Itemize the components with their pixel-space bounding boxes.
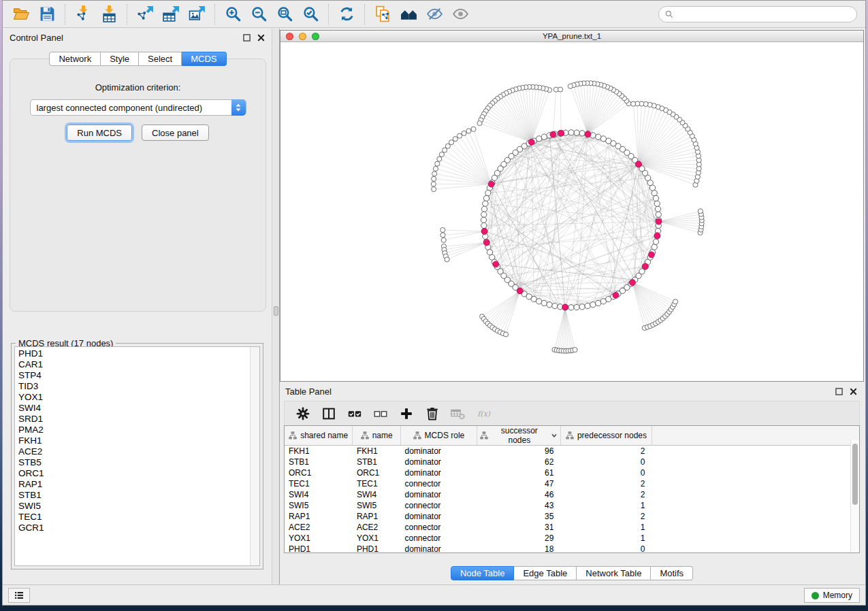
open-file-button[interactable] [8,3,34,25]
mcds-result-item[interactable]: GCR1 [15,523,259,533]
mcds-result-item[interactable]: YOX1 [15,392,259,403]
table-cell[interactable]: ORC1 [285,467,353,478]
show-all-button[interactable] [447,3,473,25]
mcds-result-item[interactable]: PHD1 [15,348,259,359]
table-row[interactable]: RAP1RAP1dominator352 [285,511,859,522]
export-image-button[interactable] [184,3,210,25]
mcds-result-item[interactable]: ORC1 [15,468,259,479]
graph-leaf-node[interactable] [503,332,508,337]
table-row[interactable]: TEC1TEC1connector472 [285,478,859,489]
graph-node[interactable] [579,131,585,136]
mcds-result-item[interactable]: SWI4 [15,403,259,414]
table-cell[interactable]: ACE2 [285,522,353,533]
column-header-predecessor-nodes[interactable]: predecessor nodes [560,426,652,446]
graph-node[interactable] [483,201,488,206]
mcds-result-item[interactable]: STB5 [15,457,259,468]
export-network-button[interactable] [132,3,158,25]
table-cell[interactable]: PHD1 [285,544,353,554]
network-graph[interactable] [280,43,863,381]
table-cell[interactable]: RAP1 [285,511,353,522]
table-cell[interactable]: connector [400,478,477,489]
graph-node[interactable] [483,195,489,201]
table-cell[interactable]: 62 [477,457,560,467]
mcds-result-item[interactable]: STP4 [15,370,259,381]
graph-node[interactable] [655,206,660,212]
table-cell[interactable]: 1 [560,500,652,511]
table-cell[interactable]: dominator [400,467,477,478]
table-cell[interactable]: 46 [477,489,560,500]
table-cell[interactable]: dominator [400,457,477,467]
graph-node[interactable] [568,305,574,310]
mcds-result-list[interactable]: PHD1CAR1STP4TID3YOX1SWI4SRD1PMA2FKH1ACE2… [14,346,260,566]
graph-node[interactable] [541,300,547,306]
table-cell[interactable]: 1 [560,533,652,544]
table-cell[interactable]: 1 [560,522,652,533]
table-row[interactable]: SWI5SWI5connector431 [285,500,859,511]
export-table-button[interactable] [158,3,184,25]
table-cell[interactable]: 43 [477,500,560,511]
column-header-shared-name[interactable]: shared name [285,426,353,446]
table-cell[interactable]: FKH1 [285,446,353,457]
graph-leaf-node[interactable] [558,87,563,92]
table-row[interactable]: FKH1FKH1dominator962 [285,446,859,457]
import-network-button[interactable] [70,3,96,25]
table-cell[interactable]: 47 [477,478,560,489]
table-cell[interactable]: SWI5 [353,500,401,511]
graph-node[interactable] [552,303,558,308]
hide-selected-button[interactable] [421,3,447,25]
mcds-result-item[interactable]: STB1 [15,490,259,501]
tab-motifs[interactable]: Motifs [651,566,693,580]
save-session-button[interactable] [34,3,60,25]
table-cell[interactable]: RAP1 [353,511,401,522]
close-table-panel-icon[interactable] [848,386,858,397]
table-scrollbar-thumb[interactable] [852,444,858,505]
delete-column-button[interactable] [421,403,444,424]
table-scrollbar[interactable] [850,440,859,552]
graph-leaf-node[interactable] [568,84,573,88]
graph-leaf-node[interactable] [439,152,444,156]
mcds-result-item[interactable]: SWI5 [15,501,259,512]
graph-leaf-node[interactable] [477,121,482,126]
minimize-window-icon[interactable] [299,33,306,40]
graph-mcds-node[interactable] [483,240,489,246]
table-cell[interactable]: 31 [477,522,560,533]
graph-mcds-node[interactable] [654,233,660,239]
table-cell[interactable]: 2 [560,446,652,457]
graph-leaf-node[interactable] [443,148,447,152]
table-cell[interactable]: TEC1 [353,478,401,489]
graph-mcds-node[interactable] [493,261,499,267]
function-builder-button[interactable]: f(x) [472,403,496,424]
table-cell[interactable]: 18 [477,544,560,554]
table-row[interactable]: ACE2ACE2connector311 [285,522,859,533]
graph-leaf-node[interactable] [435,161,440,166]
graph-node[interactable] [547,302,552,308]
graph-leaf-node[interactable] [440,227,445,232]
graph-node[interactable] [656,212,661,217]
select-all-columns-button[interactable] [343,403,366,424]
close-panel-button[interactable]: Close panel [142,125,209,141]
close-window-icon[interactable] [286,33,293,40]
graph-mcds-node[interactable] [635,161,641,167]
graph-leaf-node[interactable] [445,144,450,148]
mcds-result-item[interactable]: SRD1 [15,414,259,425]
panel-splitter[interactable] [272,29,280,584]
graph-node[interactable] [596,134,601,139]
tab-style[interactable]: Style [101,52,139,66]
memory-button[interactable]: Memory [804,588,860,603]
graph-leaf-node[interactable] [445,257,449,262]
graph-mcds-node[interactable] [488,181,494,187]
graph-mcds-node[interactable] [562,304,568,310]
table-cell[interactable]: 2 [560,489,652,500]
apply-layout-button[interactable] [334,3,359,25]
table-cell[interactable]: connector [400,500,477,511]
graph-leaf-node[interactable] [466,129,471,133]
graph-leaf-node[interactable] [457,133,462,138]
zoom-fit-button[interactable] [272,3,298,25]
graph-mcds-node[interactable] [528,139,534,145]
graph-leaf-node[interactable] [437,156,442,161]
column-header-successor-nodes[interactable]: successor nodes [477,426,560,446]
mcds-result-item[interactable]: TEC1 [15,512,259,523]
graph-mcds-node[interactable] [613,293,619,299]
table-settings-button[interactable] [291,403,315,424]
delete-table-button[interactable] [447,403,470,424]
